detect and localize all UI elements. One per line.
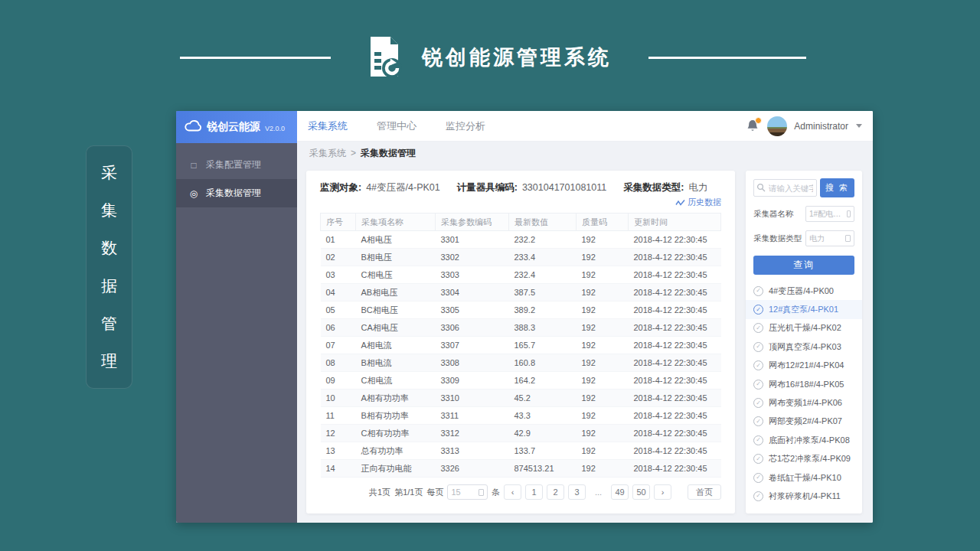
device-list-item[interactable]: ✓ 网布变频1#/4-PK06	[753, 393, 854, 412]
cell-seq: 03	[321, 266, 356, 284]
dropdown-caret-icon	[479, 489, 484, 496]
trend-line-icon	[675, 199, 685, 206]
cell-seq: 13	[321, 442, 356, 460]
table-header-cell: 序号	[321, 214, 356, 231]
datatype-select[interactable]: 电力	[805, 230, 854, 246]
logo-text: 锐创云能源	[207, 120, 260, 134]
sidebar: 锐创云能源 V2.0.0 □ 采集配置管理 ◎ 采集数据管理	[176, 111, 297, 523]
vertical-title-badge: 采集数据管理	[86, 145, 132, 389]
search-button[interactable]: 搜 索	[820, 178, 854, 197]
table-row: 05 BC相电压 3305 389.2 192 2018-4-12 22:30:…	[321, 302, 721, 319]
device-list-item[interactable]: ✓ 12#真空泵/4-PK01	[746, 300, 862, 318]
page-number-button[interactable]: 1	[525, 484, 543, 500]
first-page-button[interactable]: 首页	[688, 484, 721, 500]
next-page-button[interactable]: ›	[654, 484, 671, 500]
device-list-item[interactable]: ✓ 网布16#18#/4-PK05	[753, 375, 854, 393]
device-label: 网布12#21#/4-PK04	[769, 360, 844, 371]
cell-latest-value: 388.3	[509, 319, 577, 337]
device-label: 网部变频2#/4-PK07	[769, 416, 842, 427]
device-list-item[interactable]: ✓ 压光机干燥/4-PK02	[753, 319, 854, 337]
table-header-cell: 最新数值	[509, 214, 577, 231]
device-label: 网布16#18#/4-PK05	[769, 379, 844, 390]
data-card: 监测对象: 4#变压器/4-PK01 计量器具编码: 3301041701081…	[306, 171, 735, 514]
table-row: 11 B相有功功率 3311 43.3 192 2018-4-12 22:30:…	[321, 407, 721, 425]
badge-char: 据	[101, 276, 117, 297]
cell-latest-value: 387.5	[509, 284, 577, 302]
page-number-button[interactable]: 49	[611, 484, 629, 500]
avatar[interactable]	[767, 116, 787, 136]
cell-item-name: B相电流	[356, 354, 436, 372]
page-number-button[interactable]: 3	[568, 484, 586, 500]
sidebar-menu-item[interactable]: □ 采集配置管理	[176, 151, 297, 179]
document-sync-icon	[361, 34, 406, 80]
cell-latest-value: 232.4	[509, 266, 577, 284]
top-navbar: 采集系统管理中心监控分析 Administrator	[297, 111, 873, 142]
cell-item-name: AB相电压	[356, 284, 436, 302]
table-header-row: 序号采集项名称采集参数编码最新数值质量码更新时间	[321, 214, 721, 231]
monitor-label: 监测对象:	[320, 181, 361, 194]
cell-quality-code: 192	[577, 407, 629, 425]
current-page: 第1/1页	[394, 487, 423, 498]
cell-seq: 08	[321, 354, 356, 372]
history-data-link[interactable]: 历史数据	[675, 197, 721, 208]
device-list-item[interactable]: ✓ 底面衬冲浆泵/4-PK08	[753, 431, 854, 449]
table-row: 07 A相电流 3307 165.7 192 2018-4-12 22:30:4…	[321, 337, 721, 354]
main-area: 采集系统管理中心监控分析 Administrator 采集系统 > 采集数据管理	[297, 111, 873, 523]
user-name[interactable]: Administrator	[794, 121, 848, 132]
query-button[interactable]: 查询	[753, 256, 854, 275]
per-page-select[interactable]: 15	[447, 484, 488, 500]
badge-char: 集	[101, 200, 117, 221]
total-pages: 共1页	[369, 487, 390, 498]
top-nav-item[interactable]: 管理中心	[377, 119, 416, 133]
chevron-down-icon[interactable]	[856, 124, 862, 128]
top-nav-item[interactable]: 采集系统	[308, 119, 348, 133]
monitor-value: 4#变压器/4-PK01	[366, 181, 440, 194]
device-list-item[interactable]: ✓ 网部变频2#/4-PK07	[753, 412, 854, 431]
check-circle-icon: ✓	[753, 360, 763, 370]
device-list-item[interactable]: ✓ 顶网真空泵/4-PK03	[753, 337, 854, 356]
device-label: 顶网真空泵/4-PK03	[769, 341, 841, 353]
check-circle-icon: ✓	[753, 286, 763, 296]
top-nav-item[interactable]: 监控分析	[446, 119, 485, 133]
cell-quality-code: 192	[577, 390, 629, 407]
cell-latest-value: 232.2	[509, 231, 577, 249]
user-cluster: Administrator	[746, 116, 862, 136]
page-number-button[interactable]: 50	[632, 484, 650, 500]
breadcrumb-section[interactable]: 采集系统	[309, 147, 346, 160]
dropdown-caret-icon	[847, 210, 851, 217]
search-icon	[756, 183, 766, 192]
table-row: 14 正向有功电能 3326 874513.21 192 2018-4-12 2…	[321, 460, 721, 478]
sidebar-menu-item[interactable]: ◎ 采集数据管理	[176, 179, 297, 207]
check-circle-icon: ✓	[753, 342, 763, 352]
device-list-item[interactable]: ✓ 衬浆碎浆机/4-PK11	[753, 487, 854, 505]
device-list-item[interactable]: ✓ 网布12#21#/4-PK04	[753, 357, 854, 375]
banner-rule-right	[648, 57, 806, 59]
page-title: 锐创能源管理系统	[422, 44, 612, 71]
page-number-button[interactable]: 2	[547, 484, 564, 500]
cell-seq: 09	[321, 372, 356, 390]
cell-latest-value: 164.2	[509, 372, 577, 390]
data-type-label: 采集数据类型:	[623, 181, 684, 194]
prev-page-button[interactable]: ‹	[504, 484, 521, 500]
breadcrumb-separator: >	[351, 148, 356, 158]
cell-quality-code: 192	[577, 354, 629, 372]
per-page-label: 每页	[426, 487, 443, 498]
notification-bell-icon[interactable]	[746, 119, 760, 133]
cell-quality-code: 192	[577, 442, 629, 460]
collector-select[interactable]: 1#配电柜采集器	[805, 206, 854, 222]
device-list-item[interactable]: ✓ 卷纸缸干燥/4-PK10	[753, 468, 854, 487]
datatype-filter-row: 采集数据类型 电力	[753, 230, 854, 246]
device-list-item[interactable]: ✓ 芯1芯2冲浆泵/4-PK09	[753, 450, 854, 468]
cell-param-code: 3303	[436, 266, 509, 284]
device-list-item[interactable]: ✓ 4#变压器/4-PK00	[753, 282, 854, 300]
logo-version: V2.0.0	[265, 125, 285, 132]
device-label: 4#变压器/4-PK00	[769, 285, 834, 297]
cell-quality-code: 192	[577, 337, 629, 354]
cell-param-code: 3305	[436, 302, 509, 319]
cell-seq: 04	[321, 284, 356, 302]
cell-update-time: 2018-4-12 22:30:45	[629, 231, 721, 249]
cell-quality-code: 192	[577, 284, 629, 302]
page-number-button[interactable]: ...	[590, 484, 607, 500]
cell-latest-value: 45.2	[509, 390, 577, 407]
menu-item-label: 采集数据管理	[206, 187, 261, 200]
